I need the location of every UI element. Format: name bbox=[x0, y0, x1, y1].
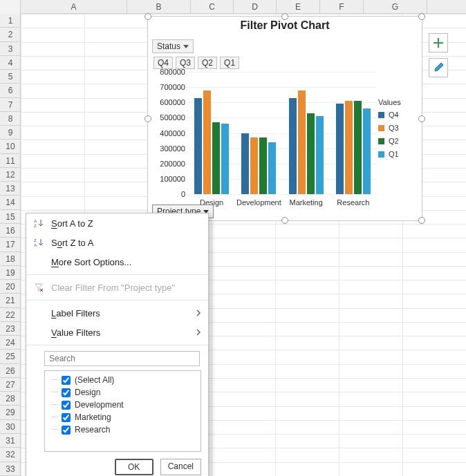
chart-bar[interactable] bbox=[289, 98, 297, 194]
row-header[interactable]: 21 bbox=[0, 294, 21, 307]
row-header[interactable]: 29 bbox=[0, 406, 21, 419]
filter-item-checkbox[interactable] bbox=[62, 376, 71, 385]
brush-icon bbox=[432, 61, 445, 74]
column-header[interactable]: G bbox=[364, 0, 427, 14]
row-header[interactable]: 6 bbox=[0, 84, 21, 97]
row-header[interactable]: 4 bbox=[0, 56, 21, 70]
menu-sort-descending[interactable]: ZA Sort Z to A bbox=[26, 233, 208, 252]
row-header[interactable]: 20 bbox=[0, 280, 21, 294]
row-header[interactable]: 30 bbox=[0, 420, 21, 434]
row-header[interactable]: 28 bbox=[0, 392, 21, 406]
row-header[interactable]: 10 bbox=[0, 140, 21, 153]
filter-item[interactable]: ⋯Research bbox=[49, 423, 196, 436]
pivot-chart[interactable]: Filter Pivot Chart Status Q4Q3Q2Q1 01000… bbox=[147, 16, 422, 221]
row-header[interactable]: 32 bbox=[0, 448, 21, 461]
row-header[interactable]: 2 bbox=[0, 28, 21, 41]
chart-bar[interactable] bbox=[250, 137, 258, 194]
row-header[interactable]: 24 bbox=[0, 336, 21, 350]
chart-bar[interactable] bbox=[354, 101, 362, 194]
column-header[interactable]: F bbox=[320, 0, 364, 14]
row-header[interactable]: 23 bbox=[0, 322, 21, 336]
chart-bar[interactable] bbox=[316, 116, 324, 194]
chart-bar[interactable] bbox=[336, 104, 344, 194]
filter-item[interactable]: ⋯Design bbox=[49, 386, 196, 399]
row-header[interactable]: 8 bbox=[0, 112, 21, 126]
filter-item-checkbox[interactable] bbox=[62, 388, 71, 397]
row-header[interactable]: 7 bbox=[0, 98, 21, 112]
plus-icon bbox=[432, 37, 445, 49]
filter-item[interactable]: ⋯Marketing bbox=[49, 411, 196, 423]
filter-search-input[interactable] bbox=[44, 351, 200, 366]
cancel-button[interactable]: Cancel bbox=[160, 459, 201, 475]
chart-bar[interactable] bbox=[268, 142, 276, 194]
chart-bar[interactable] bbox=[194, 98, 202, 194]
filter-item-checkbox[interactable] bbox=[62, 401, 71, 410]
column-header[interactable]: E bbox=[277, 0, 320, 14]
pivot-filter-menu: AZ Sort A to Z ZA Sort Z to A More Sort … bbox=[26, 213, 209, 476]
chart-category-group: Research bbox=[330, 72, 377, 194]
filter-item-checkbox[interactable] bbox=[62, 426, 71, 435]
column-header[interactable]: A bbox=[21, 0, 127, 14]
row-header[interactable]: 1 bbox=[0, 14, 21, 28]
row-header[interactable]: 33 bbox=[0, 462, 21, 476]
chart-title[interactable]: Filter Pivot Chart bbox=[148, 19, 422, 32]
row-header[interactable]: 19 bbox=[0, 266, 21, 280]
ok-button[interactable]: OK bbox=[115, 459, 153, 475]
resize-handle-se[interactable] bbox=[418, 217, 425, 224]
chart-field-button-status[interactable]: Status bbox=[152, 39, 194, 53]
filter-item-list[interactable]: ⋯(Select All)⋯Design⋯Development⋯Marketi… bbox=[44, 370, 201, 452]
filter-item-checkbox[interactable] bbox=[62, 413, 71, 422]
chart-bar[interactable] bbox=[241, 133, 249, 195]
row-header[interactable]: 3 bbox=[0, 42, 21, 56]
chevron-right-icon bbox=[196, 308, 201, 318]
chart-bar[interactable] bbox=[307, 113, 315, 194]
row-header[interactable]: 5 bbox=[0, 70, 21, 84]
menu-value-filters[interactable]: Value Filters bbox=[26, 323, 208, 342]
row-header[interactable]: 12 bbox=[0, 168, 21, 182]
legend-entry[interactable]: Q3 bbox=[378, 124, 416, 132]
row-header[interactable]: 11 bbox=[0, 154, 21, 168]
chart-bar[interactable] bbox=[345, 101, 353, 194]
resize-handle-w[interactable] bbox=[145, 115, 151, 122]
row-header[interactable]: 31 bbox=[0, 434, 21, 448]
chart-elements-button[interactable] bbox=[429, 33, 448, 53]
chart-series-button[interactable]: Q1 bbox=[220, 57, 239, 69]
row-header[interactable]: 14 bbox=[0, 196, 21, 209]
menu-more-sort[interactable]: More Sort Options... bbox=[26, 252, 208, 272]
legend-entry[interactable]: Q4 bbox=[378, 111, 416, 119]
filter-item[interactable]: ⋯(Select All) bbox=[49, 374, 196, 386]
filter-item[interactable]: ⋯Development bbox=[49, 399, 196, 411]
chart-styles-button[interactable] bbox=[429, 58, 448, 77]
chart-bar[interactable] bbox=[259, 137, 267, 194]
row-header[interactable]: 27 bbox=[0, 378, 21, 392]
chart-bar[interactable] bbox=[203, 91, 211, 194]
resize-handle-s[interactable] bbox=[281, 217, 288, 224]
legend-entry[interactable]: Q2 bbox=[378, 137, 416, 145]
row-header[interactable]: 25 bbox=[0, 350, 21, 363]
menu-label-filters[interactable]: Label Filters bbox=[26, 303, 208, 323]
row-header[interactable]: 15 bbox=[0, 210, 21, 224]
column-header[interactable]: B bbox=[127, 0, 191, 14]
resize-handle-e[interactable] bbox=[418, 115, 425, 122]
chart-y-axis: 0100000200000300000400000500000600000700… bbox=[153, 72, 187, 194]
row-header[interactable]: 16 bbox=[0, 224, 21, 238]
row-header[interactable]: 26 bbox=[0, 364, 21, 378]
y-axis-tick: 500000 bbox=[160, 113, 185, 122]
chart-bar[interactable] bbox=[212, 122, 220, 194]
chart-bar[interactable] bbox=[363, 108, 371, 194]
select-all-corner[interactable] bbox=[0, 0, 21, 14]
chart-bar[interactable] bbox=[221, 124, 229, 194]
row-header[interactable]: 17 bbox=[0, 238, 21, 251]
chart-series-button[interactable]: Q2 bbox=[198, 57, 217, 69]
column-header[interactable]: C bbox=[191, 0, 234, 14]
row-header[interactable]: 13 bbox=[0, 182, 21, 196]
column-header[interactable]: D bbox=[234, 0, 277, 14]
legend-entry[interactable]: Q1 bbox=[378, 150, 416, 158]
row-header[interactable]: 22 bbox=[0, 308, 21, 322]
row-header[interactable]: 9 bbox=[0, 126, 21, 140]
blank-icon bbox=[33, 307, 44, 318]
row-header[interactable]: 18 bbox=[0, 252, 21, 266]
y-axis-tick: 400000 bbox=[160, 129, 185, 137]
menu-sort-ascending[interactable]: AZ Sort A to Z bbox=[26, 213, 208, 233]
chart-bar[interactable] bbox=[298, 91, 306, 194]
